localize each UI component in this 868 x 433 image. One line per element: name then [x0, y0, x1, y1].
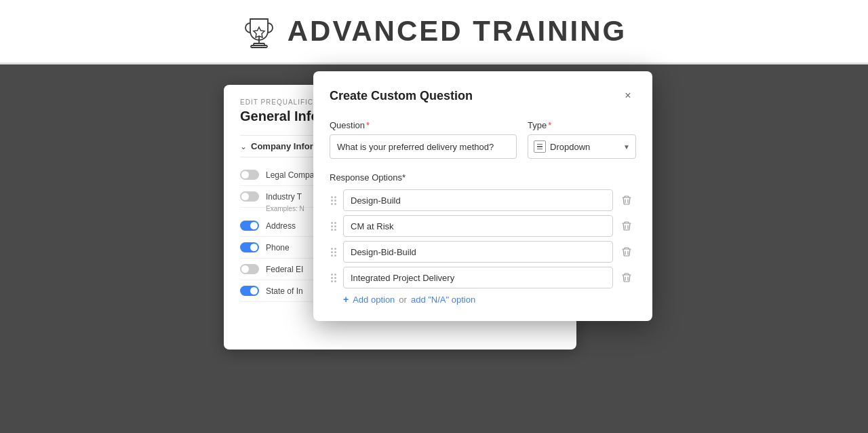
create-custom-question-modal: Create Custom Question × Question* Type*: [313, 71, 652, 321]
add-plus-icon: +: [343, 294, 349, 305]
header: ADVANCED TRAINING: [0, 0, 868, 64]
delete-option-1[interactable]: [617, 216, 636, 236]
delete-option-0[interactable]: [617, 191, 636, 210]
option-input-0[interactable]: [343, 189, 613, 211]
response-option-row-3: [330, 267, 636, 288]
chevron-icon: ⌄: [240, 142, 247, 151]
response-options-label: Response Options*: [330, 172, 636, 183]
trophy-icon: [241, 14, 277, 49]
page-title: ADVANCED TRAINING: [288, 15, 627, 48]
toggle-federal[interactable]: [240, 264, 259, 274]
option-input-2[interactable]: [343, 241, 613, 263]
question-label: Question*: [330, 120, 517, 130]
row-label-industry: Industry T: [266, 192, 302, 202]
response-option-row-1: [330, 215, 636, 237]
svg-rect-1: [251, 45, 267, 48]
question-field-group: Question*: [330, 120, 517, 159]
form-fields-row: Question* Type* Dropdown: [330, 120, 636, 159]
toggle-industry[interactable]: [240, 191, 259, 202]
type-select[interactable]: Dropdown ▼: [528, 134, 636, 159]
main-area: EDIT PREQUALIFICATION FORM General Infor…: [0, 64, 868, 433]
add-option-row: + Add option or add "N/A" option: [330, 294, 636, 305]
toggle-legal[interactable]: [240, 170, 259, 180]
toggle-state[interactable]: [240, 286, 259, 296]
type-value: Dropdown: [550, 142, 619, 152]
delete-option-3[interactable]: [617, 268, 636, 287]
row-label-state: State of In: [266, 286, 303, 296]
add-na-link[interactable]: add "N/A" option: [411, 295, 475, 305]
type-chevron-icon: ▼: [623, 143, 630, 151]
row-label-address: Address: [266, 221, 296, 231]
dropdown-type-icon: [534, 140, 546, 153]
modal-title: Create Custom Question: [330, 89, 473, 103]
delete-option-2[interactable]: [617, 242, 636, 261]
response-option-row-2: [330, 241, 636, 263]
trash-icon-3: [621, 272, 632, 283]
row-label-federal: Federal EI: [266, 265, 303, 274]
response-options-section: Response Options*: [330, 172, 636, 305]
row-label-phone: Phone: [266, 243, 290, 252]
question-input[interactable]: [330, 134, 517, 159]
drag-handle-3[interactable]: [330, 272, 339, 284]
trash-icon-0: [621, 195, 632, 206]
option-input-3[interactable]: [343, 267, 613, 288]
drag-handle-2[interactable]: [330, 246, 339, 258]
drag-handle-1[interactable]: [330, 221, 339, 232]
option-input-1[interactable]: [343, 215, 613, 237]
or-text: or: [399, 295, 407, 305]
drag-handle-0[interactable]: [330, 195, 339, 206]
type-label: Type*: [528, 120, 636, 130]
modal-header: Create Custom Question ×: [330, 88, 636, 104]
trash-icon-2: [621, 246, 632, 257]
add-option-link[interactable]: Add option: [353, 295, 395, 305]
response-option-row-0: [330, 189, 636, 211]
toggle-address[interactable]: [240, 221, 259, 231]
trash-icon-1: [621, 221, 632, 231]
toggle-phone[interactable]: [240, 242, 259, 252]
modal-close-button[interactable]: ×: [620, 88, 636, 104]
type-field-group: Type* Dropdown ▼: [528, 120, 636, 159]
